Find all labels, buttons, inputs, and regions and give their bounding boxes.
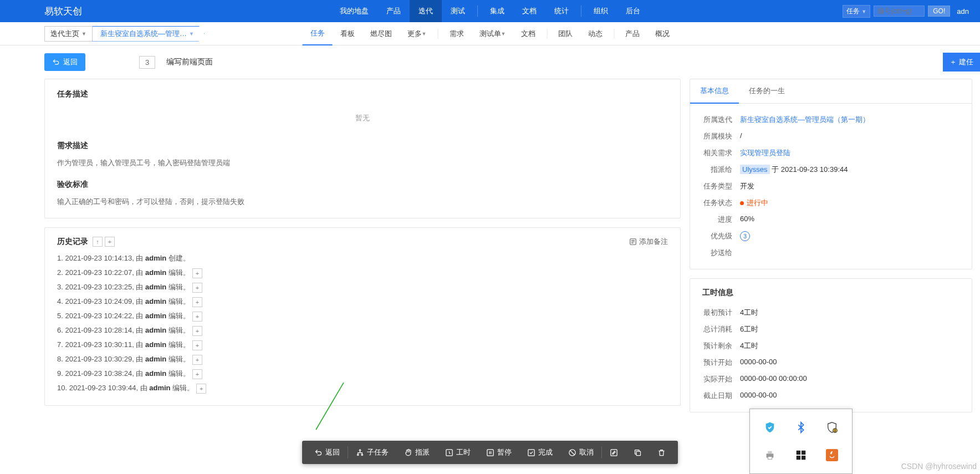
iteration-link[interactable]: 新生寝室自选系统—管理员端（第一期）: [740, 115, 870, 125]
nav-组织[interactable]: 组织: [585, 0, 617, 22]
subnav-看板[interactable]: 看板: [333, 22, 363, 45]
nav-统计[interactable]: 统计: [545, 0, 578, 22]
plus-icon: ＋: [950, 57, 957, 67]
tab-task-life[interactable]: 任务的一生: [739, 79, 795, 103]
subnav-任务[interactable]: 任务: [303, 22, 333, 45]
subnav-更多[interactable]: 更多 ▼: [400, 22, 435, 45]
subnav-动态[interactable]: 动态: [580, 22, 610, 45]
history-title: 历史记录: [57, 237, 88, 247]
breadcrumb-root[interactable]: 迭代主页▼: [44, 26, 93, 42]
accept-title: 验收标准: [57, 180, 668, 190]
history-expand-row[interactable]: +: [192, 297, 202, 307]
history-expand-row[interactable]: +: [196, 384, 206, 394]
back-button[interactable]: 返回: [44, 53, 85, 71]
nav-集成[interactable]: 集成: [481, 0, 513, 22]
history-item: 4. 2021-09-23 10:24:09, 由 admin 编辑。+: [57, 294, 668, 309]
subnav-测试单[interactable]: 测试单 ▼: [472, 22, 514, 45]
nav-后台[interactable]: 后台: [617, 0, 649, 22]
subnav-需求[interactable]: 需求: [442, 22, 472, 45]
history-expand-row[interactable]: +: [192, 268, 202, 278]
task-desc-title: 任务描述: [57, 89, 668, 99]
toolbar: 返回 3 编写前端页面 ＋建任: [0, 45, 980, 79]
history-expand-row[interactable]: +: [192, 283, 202, 293]
history-expand-button[interactable]: +: [105, 237, 115, 247]
req-desc-body: 作为管理员，输入管理员工号，输入密码登陆管理员端: [57, 156, 668, 169]
history-expand-row[interactable]: +: [192, 369, 202, 379]
task-title: 编写前端页面: [166, 57, 213, 67]
go-button[interactable]: GO!: [928, 6, 950, 17]
task-desc-body: 暂无: [57, 105, 668, 131]
subnav-概况[interactable]: 概况: [647, 22, 677, 45]
history-item: 8. 2021-09-23 10:30:29, 由 admin 编辑。+: [57, 352, 668, 366]
history-expand-row[interactable]: +: [192, 340, 202, 350]
history-expand-row[interactable]: +: [192, 312, 202, 322]
basic-info-card: 基本信息 任务的一生 所属迭代新生寝室自选系统—管理员端（第一期） 所属模块/ …: [690, 79, 972, 269]
history-item: 6. 2021-09-23 10:28:14, 由 admin 编辑。+: [57, 323, 668, 338]
subnav-团队[interactable]: 团队: [550, 22, 580, 45]
nav-文档[interactable]: 文档: [513, 0, 545, 22]
tray-bluetooth[interactable]: [787, 415, 815, 421]
history-item: 10. 2021-09-23 10:39:44, 由 admin 编辑。+: [57, 381, 668, 395]
user-label[interactable]: adn: [953, 7, 969, 16]
subnav-燃尽图[interactable]: 燃尽图: [363, 22, 400, 45]
history-item: 5. 2021-09-23 10:24:22, 由 admin 编辑。+: [57, 309, 668, 323]
task-id: 3: [139, 56, 155, 69]
tray-defender[interactable]: !: [818, 415, 846, 421]
breadcrumb-iteration[interactable]: 新生寝室自选系统—管理… ▼: [92, 26, 205, 42]
sub-nav: 迭代主页▼ 新生寝室自选系统—管理… ▼ 任务看板燃尽图更多 ▼需求测试单 ▼文…: [0, 22, 980, 45]
priority-badge: 3: [740, 231, 750, 241]
history-expand-row[interactable]: +: [192, 355, 202, 365]
new-task-button[interactable]: ＋建任: [943, 53, 980, 72]
nav-我的地盘[interactable]: 我的地盘: [331, 0, 377, 22]
app-name: 易软天创: [44, 5, 82, 18]
history-item: 9. 2021-09-23 10:38:24, 由 admin 编辑。+: [57, 366, 668, 381]
note-icon: [629, 238, 637, 246]
tray-shield[interactable]: [756, 415, 784, 421]
return-icon: [52, 58, 60, 66]
nav-产品[interactable]: 产品: [377, 0, 410, 22]
history-item: 2. 2021-09-23 10:22:07, 由 admin 编辑。+: [57, 266, 668, 280]
search-input[interactable]: [874, 6, 925, 17]
description-card: 任务描述 暂无 需求描述 作为管理员，输入管理员工号，输入密码登陆管理员端 验收…: [44, 79, 681, 218]
nav-迭代[interactable]: 迭代: [410, 0, 442, 22]
history-item: 3. 2021-09-23 10:23:25, 由 admin 编辑。+: [57, 280, 668, 294]
top-nav: 易软天创 我的地盘产品迭代测试集成文档统计组织后台 任务 ▼ GO! adn: [0, 0, 980, 22]
history-expand-row[interactable]: +: [192, 326, 202, 336]
tab-basic-info[interactable]: 基本信息: [690, 79, 739, 104]
history-collapse-button[interactable]: ↑: [93, 237, 103, 247]
nav-测试[interactable]: 测试: [442, 0, 474, 22]
add-note-button[interactable]: 添加备注: [629, 237, 668, 247]
subnav-产品[interactable]: 产品: [617, 22, 647, 45]
search-type-select[interactable]: 任务 ▼: [843, 5, 870, 18]
subnav-文档[interactable]: 文档: [513, 22, 543, 45]
history-card: 历史记录 ↑ + 添加备注 1. 2021-09-23 10:14:13, 由 …: [44, 227, 681, 406]
req-link[interactable]: 实现管理员登陆: [740, 148, 790, 158]
effort-title: 工时信息: [690, 279, 972, 302]
assignee-link[interactable]: Ulysses: [740, 165, 770, 174]
history-item: 7. 2021-09-23 10:30:11, 由 admin 编辑。+: [57, 338, 668, 352]
history-item: 1. 2021-09-23 10:14:13, 由 admin 创建。: [57, 251, 668, 266]
system-tray: !: [749, 409, 853, 421]
effort-card: 工时信息 最初预计4工时 总计消耗6工时 预计剩余4工时 预计开始0000-00…: [690, 278, 972, 412]
accept-body: 输入正确的工号和密码，才可以登陆，否则，提示登陆失败: [57, 195, 668, 208]
req-desc-title: 需求描述: [57, 141, 668, 151]
